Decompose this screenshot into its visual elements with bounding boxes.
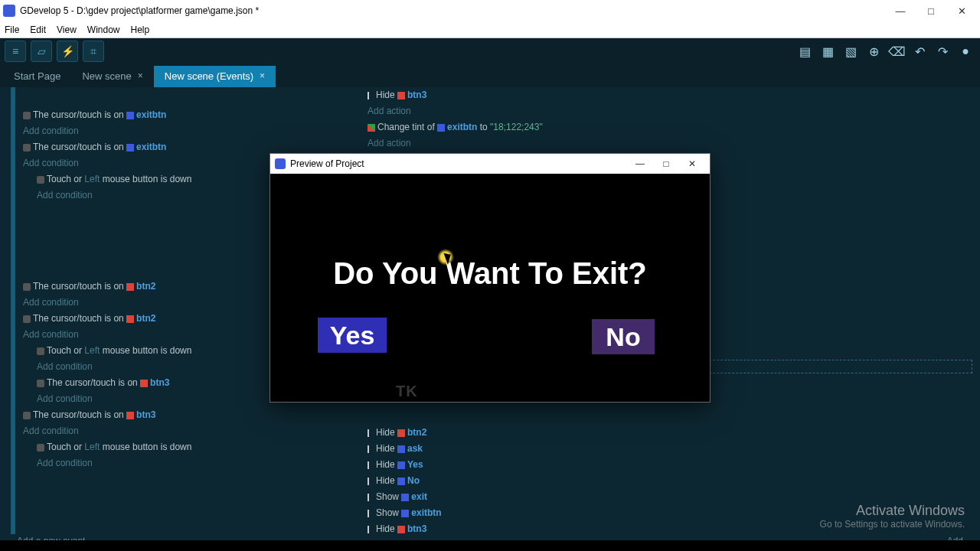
add-condition-link[interactable]: Add condition <box>0 423 360 439</box>
cursor-icon <box>23 283 31 291</box>
app-logo-icon <box>275 158 286 169</box>
toolbar: ≡ ▱ ⚡ ⌗ ▤ ▦ ▧ ⊕ ⌫ ↶ ↷ ● <box>0 38 980 64</box>
open-project-button[interactable]: ≡ <box>5 41 26 62</box>
preview-body: Do You Want To Exit? Yes No TK <box>270 174 710 403</box>
object-icon <box>126 412 134 419</box>
flag-icon <box>368 445 374 453</box>
add-comment-icon[interactable]: ▧ <box>841 41 861 61</box>
exit-prompt-text: Do You Want To Exit? <box>270 256 710 291</box>
taskbar <box>0 540 980 551</box>
object-icon <box>397 92 405 99</box>
titlebar: GDevelop 5 - D:\gdev project\platformer … <box>0 0 980 21</box>
object-icon <box>126 315 134 323</box>
flag-icon <box>368 429 374 437</box>
add-event-icon[interactable]: ▤ <box>795 41 815 61</box>
add-condition-link[interactable]: Add condition <box>0 123 360 139</box>
add-action-link[interactable]: Add action <box>368 135 972 152</box>
condition-row[interactable]: Touch or Left mouse button is down <box>0 439 360 455</box>
flag-icon <box>368 526 374 533</box>
menu-help[interactable]: Help <box>131 24 150 35</box>
undo-icon[interactable]: ↶ <box>910 41 929 61</box>
debug-button[interactable]: ⌗ <box>83 41 104 62</box>
object-icon <box>126 144 134 152</box>
scene-panel-button[interactable]: ▱ <box>31 41 52 62</box>
add-subevent-icon[interactable]: ▦ <box>818 41 838 61</box>
maximize-button[interactable]: □ <box>916 0 946 21</box>
yes-button[interactable]: Yes <box>318 318 387 353</box>
cursor-icon <box>23 315 31 323</box>
app-logo-icon <box>3 5 15 17</box>
no-button[interactable]: No <box>592 319 655 354</box>
object-icon <box>401 494 409 501</box>
tab-start-page[interactable]: Start Page <box>3 66 71 87</box>
action-row[interactable]: Change tint of exitbtn to "18;122;243" <box>368 119 972 135</box>
tab-new-scene[interactable]: New scene× <box>71 66 153 87</box>
object-icon <box>397 445 405 453</box>
close-icon[interactable]: × <box>260 70 265 81</box>
cursor-icon <box>23 144 31 152</box>
mouse-icon <box>37 347 44 355</box>
preview-window: Preview of Project — □ ✕ Do You Want To … <box>270 153 710 403</box>
tab-bar: Start Page New scene× New scene (Events)… <box>0 64 980 87</box>
action-row[interactable]: Hide ask <box>368 441 972 457</box>
object-icon <box>397 478 405 485</box>
flag-icon <box>368 461 374 469</box>
redo-icon[interactable]: ↷ <box>933 41 952 61</box>
cursor-highlight-icon <box>437 249 454 266</box>
action-row[interactable]: Hide btn3 <box>368 87 972 103</box>
flag-icon <box>368 92 374 99</box>
action-row[interactable]: Hide Yes <box>368 457 972 473</box>
object-icon <box>437 124 445 132</box>
tab-new-scene-events[interactable]: New scene (Events)× <box>154 66 276 87</box>
mouse-icon <box>37 176 44 184</box>
flag-icon <box>368 510 374 517</box>
preview-button[interactable]: ⚡ <box>57 41 78 62</box>
menu-edit[interactable]: Edit <box>30 24 46 35</box>
cursor-icon <box>37 380 44 387</box>
add-other-icon[interactable]: ⊕ <box>864 41 884 61</box>
object-icon <box>126 112 134 119</box>
cursor-icon <box>23 412 31 419</box>
flag-icon <box>368 494 374 501</box>
preview-minimize-button[interactable]: — <box>627 154 653 174</box>
menu-window[interactable]: Window <box>87 24 120 35</box>
menu-view[interactable]: View <box>57 24 77 35</box>
activate-title: Activate Windows <box>820 503 965 519</box>
action-row[interactable]: Hide btn2 <box>368 425 972 441</box>
close-icon[interactable]: × <box>138 70 143 81</box>
add-action-link[interactable]: Add action <box>368 103 972 119</box>
object-icon <box>126 283 134 291</box>
menu-file[interactable]: File <box>5 24 19 35</box>
object-icon <box>397 461 405 469</box>
action-row[interactable]: Hide No <box>368 473 972 489</box>
preview-maximize-button[interactable]: □ <box>653 154 679 174</box>
preview-titlebar: Preview of Project — □ ✕ <box>270 154 710 174</box>
mouse-icon <box>37 444 44 452</box>
object-icon <box>140 380 148 387</box>
watermark: TK <box>396 383 418 400</box>
activate-subtitle: Go to Settings to activate Windows. <box>820 519 965 530</box>
condition-row[interactable]: The cursor/touch is on btn3 <box>0 407 360 423</box>
object-icon <box>397 429 405 437</box>
preview-close-button[interactable]: ✕ <box>679 154 705 174</box>
cursor-icon <box>23 112 31 119</box>
tint-icon <box>368 124 375 132</box>
add-condition-link[interactable]: Add condition <box>0 455 360 471</box>
flag-icon <box>368 478 374 485</box>
condition-row[interactable]: The cursor/touch is on exitbtn <box>0 107 360 123</box>
delete-event-icon[interactable]: ⌫ <box>887 41 906 61</box>
preview-title: Preview of Project <box>290 158 364 169</box>
search-icon[interactable]: ● <box>956 41 975 61</box>
object-icon <box>401 510 409 517</box>
minimize-button[interactable]: — <box>885 0 916 21</box>
activate-windows-watermark: Activate Windows Go to Settings to activ… <box>820 503 965 530</box>
window-title: GDevelop 5 - D:\gdev project\platformer … <box>20 5 259 16</box>
menubar: File Edit View Window Help <box>0 21 980 38</box>
object-icon <box>397 526 405 533</box>
close-button[interactable]: ✕ <box>946 0 977 21</box>
